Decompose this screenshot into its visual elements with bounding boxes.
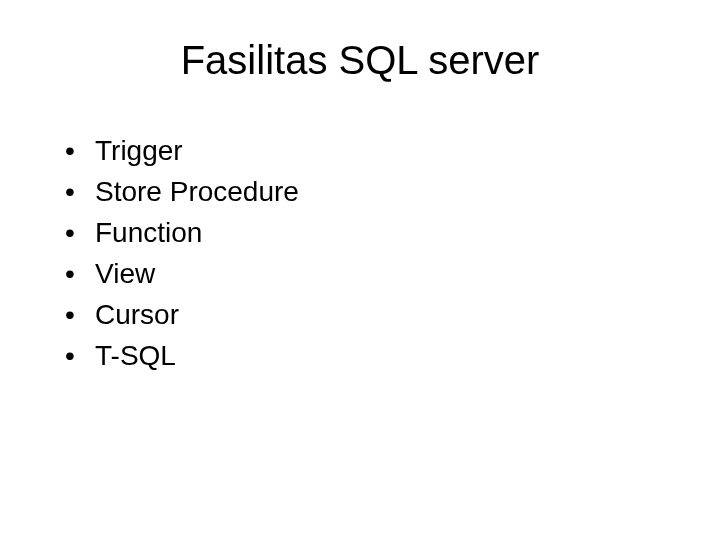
list-item: • View	[65, 256, 670, 291]
bullet-icon: •	[65, 215, 95, 250]
slide-container: Fasilitas SQL server • Trigger • Store P…	[0, 0, 720, 540]
bullet-text: Function	[95, 215, 670, 250]
bullet-text: View	[95, 256, 670, 291]
bullet-text: Store Procedure	[95, 174, 670, 209]
bullet-icon: •	[65, 133, 95, 168]
slide-title: Fasilitas SQL server	[50, 38, 670, 83]
bullet-text: Cursor	[95, 297, 670, 332]
bullet-text: T-SQL	[95, 338, 670, 373]
bullet-icon: •	[65, 256, 95, 291]
list-item: • T-SQL	[65, 338, 670, 373]
bullet-icon: •	[65, 338, 95, 373]
list-item: • Function	[65, 215, 670, 250]
list-item: • Store Procedure	[65, 174, 670, 209]
list-item: • Trigger	[65, 133, 670, 168]
bullet-text: Trigger	[95, 133, 670, 168]
bullet-icon: •	[65, 174, 95, 209]
bullet-icon: •	[65, 297, 95, 332]
list-item: • Cursor	[65, 297, 670, 332]
bullet-list: • Trigger • Store Procedure • Function •…	[50, 133, 670, 373]
